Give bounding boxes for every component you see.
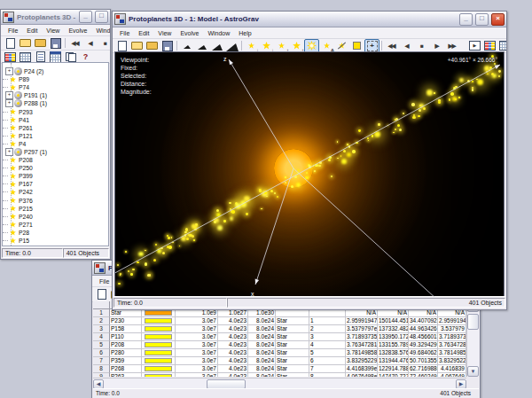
- tree-item[interactable]: P89: [3, 75, 108, 83]
- tree-item[interactable]: P208: [3, 156, 108, 164]
- main-window-titlebar[interactable]: Protoplanets 3D - 1: Model - AstroGrav _…: [113, 12, 506, 27]
- rewind-button[interactable]: ◀◀: [67, 36, 82, 51]
- axis-line: [255, 168, 293, 285]
- tree-window[interactable]: Protoplanets 3D - 1: T... _ □ FileEditVi…: [0, 9, 111, 260]
- tree-item[interactable]: +P288 (1): [3, 99, 108, 107]
- tree-item[interactable]: P4: [3, 140, 108, 148]
- expand-toggle-icon[interactable]: +: [5, 148, 13, 156]
- tree-item[interactable]: P293: [3, 107, 108, 115]
- maximize-button[interactable]: □: [95, 11, 108, 23]
- axis-line: [229, 59, 293, 168]
- table-row[interactable]: 7P3593.0e74.0e238.0e24Star63.83295229e91…: [93, 357, 466, 365]
- step-back-button[interactable]: ◀: [82, 36, 98, 51]
- stop-icon: ■: [420, 43, 423, 49]
- save-button[interactable]: [48, 36, 63, 51]
- menu-window[interactable]: Window: [91, 27, 110, 34]
- expand-toggle-icon[interactable]: +: [5, 99, 13, 107]
- table-row[interactable]: 2P2303.0e74.0e238.0e24Star12.95991947e91…: [93, 317, 466, 325]
- table-cell: 3.0e7: [176, 357, 218, 365]
- scroll-left-button[interactable]: ◀: [93, 379, 104, 389]
- app-icon: [3, 12, 14, 23]
- menu-help[interactable]: Help: [234, 30, 255, 36]
- table-row[interactable]: 9P2633.0e74.0e238.0e24Star84.0676498e914…: [93, 373, 466, 377]
- menu-view[interactable]: View: [153, 30, 176, 36]
- close-file-button[interactable]: [33, 36, 48, 51]
- table-row[interactable]: 5P2083.0e74.0e238.0e24Star43.76347281e91…: [93, 341, 466, 349]
- menu-view[interactable]: View: [42, 27, 64, 34]
- table-row[interactable]: 8P2683.0e74.0e238.0e24Star74.4168399e912…: [93, 365, 466, 373]
- scroll-right-button[interactable]: ▶: [456, 379, 466, 389]
- tree-item[interactable]: P261: [3, 124, 108, 132]
- menu-window[interactable]: Window: [203, 30, 234, 36]
- table-cell: P280: [110, 349, 142, 357]
- tree-item[interactable]: P215: [3, 205, 108, 213]
- objects-table[interactable]: 1Star1.0e91.0e271.0e30N/AN/AN/AN/A2P2303…: [93, 301, 479, 377]
- menu-file[interactable]: File: [4, 27, 22, 34]
- tree-item[interactable]: P376: [3, 197, 108, 205]
- scroll-down-button[interactable]: ▼: [467, 366, 479, 377]
- menu-evolve[interactable]: Evolve: [176, 30, 203, 36]
- tree-item-label: P41: [19, 117, 29, 123]
- tree-item[interactable]: +P24 (2): [3, 67, 108, 75]
- table-cell: 72.460249: [409, 373, 438, 377]
- model-viewport[interactable]: Viewpoint:Fixed:Selected:Distance:Magnit…: [114, 51, 505, 298]
- tree-connector: [3, 232, 8, 233]
- tree-item[interactable]: P240: [3, 213, 108, 221]
- tree-item-label: P24 (2): [24, 68, 43, 74]
- tree-item[interactable]: +P297 (1): [3, 148, 108, 156]
- tree-item[interactable]: P250: [3, 164, 108, 172]
- tree-item[interactable]: P74: [3, 83, 108, 91]
- axis-label: x: [251, 291, 254, 297]
- tree-item[interactable]: P28: [3, 229, 108, 237]
- vertical-scrollbar[interactable]: ▲▼: [466, 301, 479, 377]
- expand-toggle-icon[interactable]: +: [5, 91, 13, 99]
- tree-item[interactable]: P271: [3, 221, 108, 229]
- new-view-icon: ▶: [469, 41, 481, 51]
- tree-window-toolbar-1: ◀◀◀■▶▶▶: [1, 36, 110, 51]
- object-count-status: 401 Objects: [227, 298, 505, 308]
- tree-item[interactable]: P399: [3, 172, 108, 180]
- stop-button[interactable]: ■: [98, 36, 110, 51]
- menu-edit[interactable]: Edit: [22, 27, 42, 34]
- tree-item[interactable]: P167: [3, 180, 108, 188]
- row-number-cell: 1: [93, 309, 110, 317]
- tree-item-label: P208: [19, 157, 33, 163]
- tree-item-label: P4: [19, 141, 26, 147]
- tree-item-label: P15: [19, 238, 29, 244]
- close-button[interactable]: ×: [491, 13, 505, 26]
- tree-item[interactable]: P41: [3, 116, 108, 124]
- tree-item[interactable]: +P191 (1): [3, 91, 108, 99]
- object-tree[interactable]: +P24 (2)P89P74+P191 (1)+P288 (1)P293P41P…: [2, 62, 109, 246]
- table-cell: 8.0e24: [248, 317, 276, 325]
- table-row[interactable]: 1Star1.0e91.0e271.0e30N/AN/AN/AN/A: [93, 309, 466, 317]
- star-icon: [10, 109, 16, 115]
- table-cell: 3.8329522: [438, 357, 466, 365]
- tree-window-titlebar[interactable]: Protoplanets 3D - 1: T... _ □: [1, 10, 110, 25]
- table-row[interactable]: 6P2803.0e74.0e238.0e24Star53.78149858e91…: [93, 349, 466, 357]
- tree-item[interactable]: P242: [3, 188, 108, 196]
- tree-item[interactable]: P15: [3, 237, 108, 245]
- table-view-icon: [499, 41, 506, 51]
- menu-file[interactable]: File: [115, 30, 134, 36]
- axis-arrowhead: [495, 63, 501, 69]
- row-number-cell: 7: [93, 357, 110, 365]
- color-swatch: [145, 342, 172, 347]
- expand-toggle-icon[interactable]: +: [5, 67, 13, 75]
- open-button[interactable]: [18, 36, 33, 51]
- main-window[interactable]: Protoplanets 3D - 1: Model - AstroGrav _…: [112, 11, 507, 310]
- table-row[interactable]: 3P1583.0e74.0e238.0e24Star23.5379797e913…: [93, 325, 466, 333]
- menu-edit[interactable]: Edit: [134, 30, 153, 36]
- table-cell: [309, 309, 346, 317]
- table-row[interactable]: 4P1103.0e74.0e238.0e24Star33.71893735e91…: [93, 333, 466, 341]
- minimize-button[interactable]: _: [79, 11, 92, 23]
- step-back-icon: ◀: [405, 43, 409, 50]
- maximize-button[interactable]: □: [475, 13, 489, 26]
- vertical-scroll-thumb[interactable]: [467, 314, 479, 330]
- new-button[interactable]: [94, 287, 109, 301]
- table-cell: 3: [309, 333, 346, 341]
- star-icon: [10, 238, 16, 244]
- minimize-button[interactable]: _: [459, 13, 473, 26]
- new-button[interactable]: [3, 36, 18, 51]
- menu-evolve[interactable]: Evolve: [64, 27, 91, 34]
- tree-item[interactable]: P121: [3, 132, 108, 140]
